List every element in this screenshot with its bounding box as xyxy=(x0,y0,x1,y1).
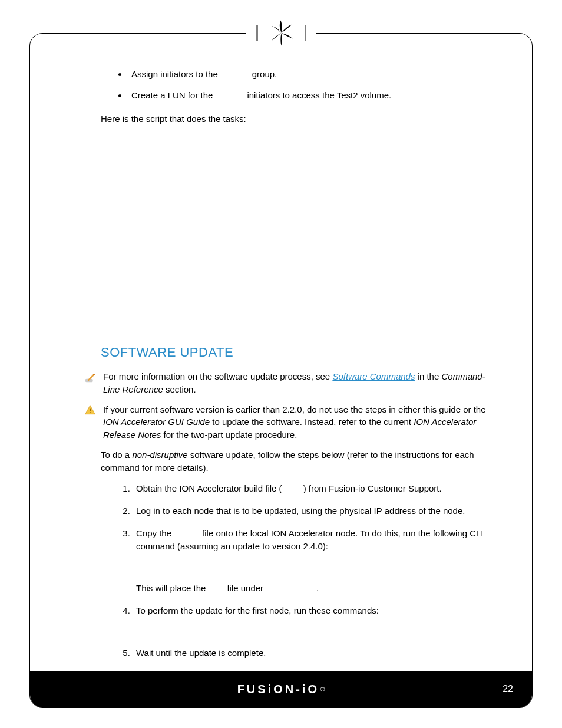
warning-note-text: If your current software version is earl… xyxy=(103,403,491,442)
list-item: Assign initiators to thegroup. xyxy=(128,68,491,81)
svg-rect-1 xyxy=(90,408,91,411)
step3-a: Copy the xyxy=(136,528,171,538)
step-item: Wait until the update is complete. xyxy=(133,647,491,660)
warning-icon xyxy=(84,404,97,420)
step3sub-c: . xyxy=(316,583,319,593)
warn-text-e: for the two-part update procedure. xyxy=(161,430,297,440)
leaf-logo-icon xyxy=(267,19,295,47)
section-heading: SOFTWARE UPDATE xyxy=(101,343,491,362)
svg-rect-2 xyxy=(90,412,91,413)
content-area: Assign initiators to thegroup. Create a … xyxy=(101,68,491,669)
step3sub-a: This will place the xyxy=(136,583,206,593)
logo-tick-right xyxy=(305,25,306,41)
list-item: Create a LUN for theinitiators to access… xyxy=(128,89,491,102)
page-number: 22 xyxy=(503,684,513,694)
warn-text-c: to update the software. Instead, refer t… xyxy=(210,417,414,427)
bullet-text-pre: Create a LUN for the xyxy=(131,90,213,100)
page-footer: FUSiON-iO® 22 xyxy=(30,671,532,707)
step-item: Obtain the ION Accelerator build file ()… xyxy=(133,482,491,495)
bullet-text-post: group. xyxy=(252,69,277,79)
step3-b: file onto the local ION Accelerator node… xyxy=(136,528,484,551)
bullet-text-post: initiators to access the Test2 volume. xyxy=(247,90,391,100)
pencil-note-icon xyxy=(84,371,97,388)
page-frame: Assign initiators to thegroup. Create a … xyxy=(29,33,533,708)
warn-text-a: If your current software version is earl… xyxy=(103,404,486,414)
registered-mark: ® xyxy=(320,686,325,693)
lead-b: non-disruptive xyxy=(132,450,187,460)
header-logo-wrap xyxy=(246,19,316,47)
step3-sub: This will place thefile under. xyxy=(136,582,491,595)
lead-paragraph: To do a non-disruptive software update, … xyxy=(101,449,491,475)
warning-note: If your current software version is earl… xyxy=(101,403,491,442)
software-commands-link[interactable]: Software Commands xyxy=(332,371,415,381)
step1-b: ) from Fusion-io Customer Support. xyxy=(303,483,442,493)
step1-a: Obtain the ION Accelerator build file ( xyxy=(136,483,282,493)
lead-a: To do a xyxy=(101,450,132,460)
step4: To perform the update for the first node… xyxy=(136,605,379,615)
note-text-d: section. xyxy=(163,384,196,394)
footer-brand: FUSiON-iO xyxy=(237,683,319,696)
bullet-list: Assign initiators to thegroup. Create a … xyxy=(128,68,491,102)
step-item: Log in to each node that is to be update… xyxy=(133,505,491,518)
step-item: Copy thefile onto the local ION Accelera… xyxy=(133,527,491,595)
info-note-text: For more information on the software upd… xyxy=(103,370,491,396)
steps-list: Obtain the ION Accelerator build file ()… xyxy=(133,482,491,659)
intro-paragraph: Here is the script that does the tasks: xyxy=(101,113,491,126)
note-text-a: For more information on the software upd… xyxy=(103,371,332,381)
info-note: For more information on the software upd… xyxy=(101,370,491,396)
bullet-text-pre: Assign initiators to the xyxy=(131,69,218,79)
warn-text-b: ION Accelerator GUI Guide xyxy=(103,417,210,427)
step-item: To perform the update for the first node… xyxy=(133,604,491,617)
logo-tick-left xyxy=(257,25,258,41)
step3sub-b: file under xyxy=(227,583,263,593)
note-text-b: in the xyxy=(415,371,441,381)
